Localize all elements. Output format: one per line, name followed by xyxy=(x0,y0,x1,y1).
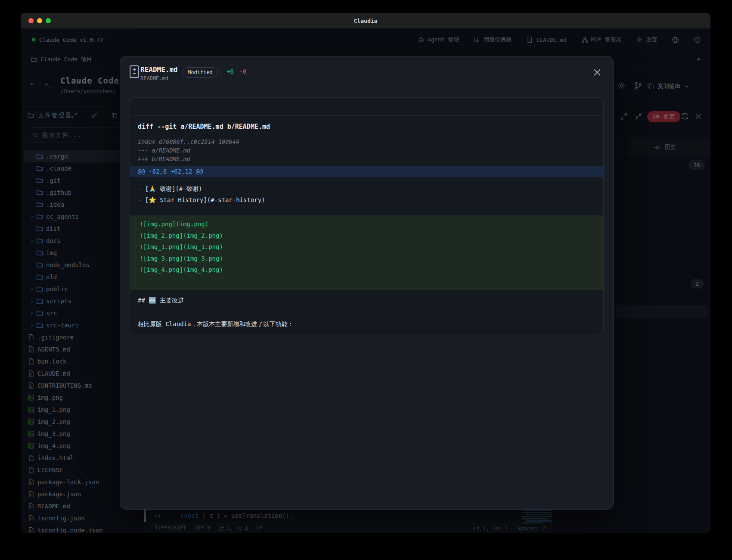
diff-added-line: ![img_1.png](img_1.png) xyxy=(130,241,603,253)
diff-card-header xyxy=(130,98,603,116)
diff-heading-line: ## 🆕 主要改进 xyxy=(138,296,596,305)
diff-file-header: diff --git a/README.md b/README.md xyxy=(138,122,596,131)
window-title: Claudia xyxy=(21,18,710,24)
diff-added-line xyxy=(130,276,603,287)
app-window: Claudia Claude Code v1.0.77 Agent 管理 用量仪… xyxy=(21,13,710,533)
diff-modal: README.md README.md Modified +6 -0 diff … xyxy=(120,56,614,510)
diff-added-line: ![img_4.png](img_4.png) xyxy=(130,264,603,276)
diff-card-body: diff --git a/README.md b/README.md index… xyxy=(130,116,603,329)
diff-index-line: index d76086f..c0c2514 100644 xyxy=(138,137,596,146)
deletions-count: -0 xyxy=(239,68,246,75)
diff-new-file: +++ b/README.md xyxy=(138,155,596,163)
diff-hunk-header: @@ -62,6 +62,12 @@ xyxy=(130,166,603,177)
screenshot-stage: Claudia Claude Code v1.0.77 Agent 管理 用量仪… xyxy=(0,0,732,560)
modal-file-subtitle: README.md xyxy=(140,75,168,81)
diff-added-line: ![img_3.png](img_3.png) xyxy=(130,253,603,264)
diff-modal-header: README.md README.md Modified +6 -0 xyxy=(120,56,613,87)
diff-card: diff --git a/README.md b/README.md index… xyxy=(130,97,604,334)
diff-added-line: ![img.png](img.png) xyxy=(130,218,603,230)
additions-count: +6 xyxy=(226,68,234,75)
diff-context-line: - [🙏 致谢](#-致谢) xyxy=(130,183,603,194)
diff-added-line: ![img_2.png](img_2.png) xyxy=(130,230,603,242)
close-icon[interactable] xyxy=(592,68,602,77)
modified-status-badge: Modified xyxy=(183,67,218,78)
macos-titlebar: Claudia xyxy=(21,13,710,28)
modal-file-title: README.md xyxy=(140,65,178,74)
diff-body-line: 相比原版 Claudia，本版本主要新增和改进了以下功能： xyxy=(138,319,596,329)
diff-context-line: - [⭐ Star History](#-star-history) xyxy=(130,194,603,205)
diff-added-block: ![img.png](img.png) ![img_2.png](img_2.p… xyxy=(130,215,603,290)
file-diff-icon xyxy=(129,65,140,78)
diff-old-file: --- a/README.md xyxy=(138,146,596,155)
header-divider xyxy=(220,69,221,76)
